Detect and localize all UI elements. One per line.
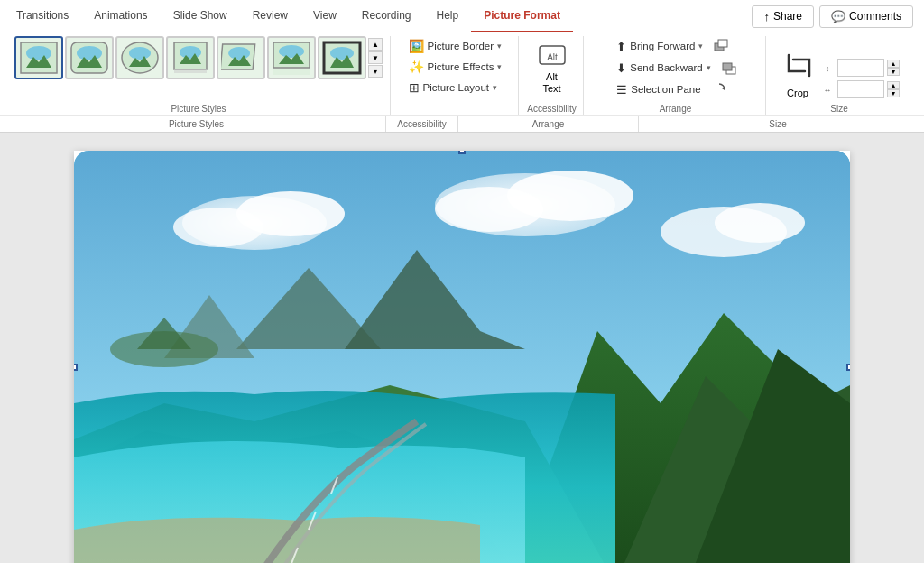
width-spin-down[interactable]: ▼ xyxy=(887,89,900,97)
picture-layout-icon: ⊞ xyxy=(409,80,420,95)
size-section: Crop ↕ 7.5" ▲ ▼ xyxy=(768,36,910,115)
size-label: Size xyxy=(768,104,910,114)
height-input[interactable]: 7.5" xyxy=(837,59,884,77)
effects-chevron-icon: ▾ xyxy=(497,62,502,71)
layout-chevron-icon: ▾ xyxy=(493,83,497,92)
rotate-button[interactable] xyxy=(708,79,730,99)
picture-border-icon: 🖼️ xyxy=(409,39,424,53)
svg-point-10 xyxy=(180,46,201,59)
tab-recording[interactable]: Recording xyxy=(349,0,424,32)
svg-point-7 xyxy=(129,47,151,60)
comments-button[interactable]: 💬 Comments xyxy=(819,5,913,28)
bring-forward-extra-btn[interactable] xyxy=(710,36,732,56)
accessibility-section: Alt AltText Accessibility xyxy=(521,36,584,115)
send-backward-row: ⬇ Send Backward ▾ xyxy=(611,58,740,78)
height-row: ↕ 7.5" ▲ ▼ xyxy=(820,59,900,77)
share-button[interactable]: ↑ Share xyxy=(752,5,814,28)
svg-point-1 xyxy=(26,46,51,60)
style-thumb-7[interactable] xyxy=(318,36,366,79)
picture-styles-section: ▲ ▼ ▾ Picture Styles xyxy=(7,36,391,115)
crop-label: Crop xyxy=(787,88,808,98)
style-thumb-5[interactable] xyxy=(217,36,265,79)
alt-text-label: AltText xyxy=(542,71,560,95)
handle-mid-left[interactable] xyxy=(74,364,78,371)
bring-forward-button[interactable]: ⬆ Bring Forward ▾ xyxy=(611,37,708,56)
picture-styles-footer: Picture Styles xyxy=(7,116,386,132)
svg-text:↔: ↔ xyxy=(824,86,832,95)
size-footer: Size xyxy=(639,116,917,132)
handle-mid-right[interactable] xyxy=(846,364,850,371)
height-spin-up[interactable]: ▲ xyxy=(887,60,900,68)
send-backward-chevron-icon: ▾ xyxy=(707,63,711,72)
tab-view[interactable]: View xyxy=(300,0,349,32)
ribbon-toolbar: ▲ ▼ ▾ Picture Styles 🖼️ Picture Border ▾… xyxy=(0,32,924,115)
width-row: ↔ 11.25" ▲ ▼ xyxy=(820,80,900,98)
border-chevron-icon: ▾ xyxy=(497,42,502,51)
handle-top-left[interactable] xyxy=(74,151,78,154)
bring-forward-icon: ⬆ xyxy=(616,40,626,53)
width-spin-up[interactable]: ▲ xyxy=(887,81,900,89)
selection-pane-button[interactable]: ☰ Selection Pane xyxy=(611,80,706,99)
width-input[interactable]: 11.25" xyxy=(837,80,884,98)
ribbon: Transitions Animations Slide Show Review… xyxy=(0,0,924,133)
svg-point-14 xyxy=(228,47,250,60)
accessibility-footer: Accessibility xyxy=(386,116,458,132)
scroll-up-arrow[interactable]: ▲ xyxy=(368,38,383,51)
style-thumb-1[interactable] xyxy=(14,36,63,79)
picture-effects-button[interactable]: ✨ Picture Effects ▾ xyxy=(403,57,508,77)
handle-top-right[interactable] xyxy=(846,151,850,154)
style-thumb-2[interactable] xyxy=(65,36,114,79)
arrange-footer: Arrange xyxy=(458,116,639,132)
svg-rect-28 xyxy=(723,63,732,70)
width-spinner: ▲ ▼ xyxy=(887,81,900,97)
selection-pane-row: ☰ Selection Pane xyxy=(611,79,729,99)
style-scroll-arrows: ▲ ▼ ▾ xyxy=(368,38,383,78)
svg-rect-12 xyxy=(174,69,207,73)
picture-border-button[interactable]: 🖼️ Picture Border ▾ xyxy=(403,36,508,56)
height-spinner: ▲ ▼ xyxy=(887,60,900,76)
svg-rect-26 xyxy=(718,40,727,47)
bring-forward-chevron-icon: ▾ xyxy=(698,42,703,51)
picture-effects-icon: ✨ xyxy=(409,60,424,74)
slide-image[interactable] xyxy=(74,151,850,563)
tab-animations[interactable]: Animations xyxy=(81,0,160,32)
svg-point-17 xyxy=(279,45,304,58)
picture-layout-button[interactable]: ⊞ Picture Layout ▾ xyxy=(403,78,504,97)
svg-marker-29 xyxy=(722,87,725,90)
handle-top-mid[interactable] xyxy=(458,151,466,154)
tab-help[interactable]: Help xyxy=(424,0,472,32)
crop-button[interactable]: Crop xyxy=(775,50,820,102)
style-thumb-4[interactable] xyxy=(166,36,215,79)
picture-styles-label: Picture Styles xyxy=(7,104,390,114)
svg-text:↕: ↕ xyxy=(826,64,830,73)
style-thumb-6[interactable] xyxy=(267,36,316,79)
tab-bar: Transitions Animations Slide Show Review… xyxy=(0,0,577,32)
rotate-icon xyxy=(712,82,726,97)
height-spin-down[interactable]: ▼ xyxy=(887,68,900,76)
picture-menu-section: 🖼️ Picture Border ▾ ✨ Picture Effects ▾ … xyxy=(393,36,519,115)
tab-slide-show[interactable]: Slide Show xyxy=(161,0,240,32)
svg-point-4 xyxy=(77,46,102,60)
alt-text-button[interactable]: Alt AltText xyxy=(531,37,574,98)
svg-text:Alt: Alt xyxy=(547,52,558,62)
send-backward-button[interactable]: ⬇ Send Backward ▾ xyxy=(611,59,716,78)
width-icon: ↔ xyxy=(820,82,835,97)
tab-picture-format[interactable]: Picture Format xyxy=(471,0,573,32)
style-thumb-3[interactable] xyxy=(116,36,164,79)
share-icon: ↑ xyxy=(763,10,770,23)
tab-transitions[interactable]: Transitions xyxy=(4,0,81,32)
size-inputs: ↕ 7.5" ▲ ▼ ↔ 11.25" xyxy=(820,53,903,98)
bring-forward-row: ⬆ Bring Forward ▾ xyxy=(611,36,732,56)
svg-rect-19 xyxy=(273,69,310,75)
tab-review[interactable]: Review xyxy=(240,0,300,32)
scroll-down-arrow[interactable]: ▼ xyxy=(368,51,383,64)
scroll-expand-arrow[interactable]: ▾ xyxy=(368,65,383,78)
selection-pane-icon: ☰ xyxy=(616,83,627,97)
crop-icon xyxy=(784,53,811,86)
slide-container xyxy=(74,151,850,563)
arrange-label: Arrange xyxy=(586,104,765,114)
send-backward-icon: ⬇ xyxy=(616,61,626,75)
send-backward-extra-btn[interactable] xyxy=(718,58,740,78)
alt-text-icon: Alt xyxy=(538,41,567,69)
svg-point-21 xyxy=(330,47,354,60)
